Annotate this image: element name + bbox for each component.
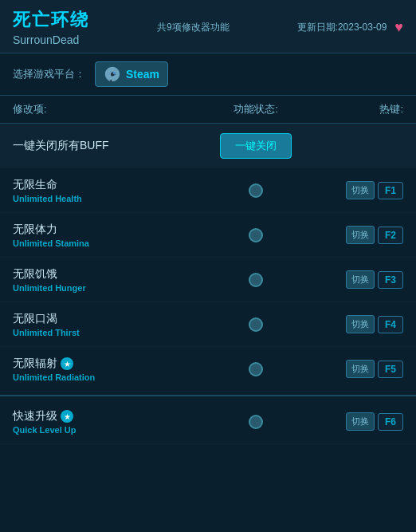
mod-row: 快速升级★ Quick Level Up 切换 F6 (0, 400, 416, 444)
hotkey-switch-btn-5[interactable]: 切换 (346, 412, 375, 431)
platform-steam-button[interactable]: Steam (95, 61, 168, 87)
mod-name-en-1: Unlimited Stamina (13, 238, 188, 248)
hotkey-key-3: F4 (378, 316, 403, 333)
mod-name-en-4: Unlimited Radiation (13, 372, 188, 382)
hotkey-key-2: F3 (378, 271, 403, 289)
mod-name-cn-2: 无限饥饿 (13, 267, 188, 282)
hotkey-switch-btn-0[interactable]: 切换 (346, 181, 375, 199)
hotkey-switch-btn-4[interactable]: 切换 (346, 360, 375, 378)
mod-status-0[interactable] (188, 183, 324, 198)
mod-info-5: 快速升级★ Quick Level Up (13, 409, 188, 435)
mod-hotkey-5: 切换 F6 (324, 412, 403, 431)
hotkey-key-4: F5 (378, 361, 403, 378)
table-header: 修改项: 功能状态: 热键: (0, 96, 416, 124)
mod-row: 无限辐射★ Unlimited Radiation 切换 F5 (0, 347, 416, 392)
one-click-row: 一键关闭所有BUFF 一键关闭 (0, 124, 416, 168)
header: 死亡环绕 SurrounDead 共9项修改器功能 更新日期:2023-03-0… (0, 0, 416, 53)
mod-name-cn-5: 快速升级★ (13, 409, 188, 424)
star-badge-4: ★ (61, 357, 73, 370)
one-click-info: 一键关闭所有BUFF (13, 139, 188, 153)
mod-hotkey-3: 切换 F4 (324, 315, 403, 333)
mod-row: 无限饥饿 Unlimited Hunger 切换 F3 (0, 258, 416, 302)
toggle-1[interactable] (249, 228, 263, 242)
game-title-cn: 死亡环绕 (13, 8, 89, 32)
hotkey-switch-btn-1[interactable]: 切换 (346, 226, 375, 244)
mod-status-3[interactable] (188, 317, 324, 332)
mod-hotkey-1: 切换 F2 (324, 226, 403, 244)
one-click-button[interactable]: 一键关闭 (220, 133, 292, 159)
col-hotkey-header: 热键: (324, 102, 403, 116)
header-right: 更新日期:2023-03-09 ♥ (297, 19, 403, 36)
section-divider (0, 395, 416, 396)
platform-label: 选择游戏平台： (13, 67, 85, 81)
mod-status-2[interactable] (188, 273, 324, 287)
mod-list: 无限生命 Unlimited Health 切换 F1 无限体力 Unlimit… (0, 168, 416, 444)
mod-info-1: 无限体力 Unlimited Stamina (13, 223, 188, 248)
mod-name-cn-0: 无限生命 (13, 178, 188, 192)
mod-name-cn-3: 无限口渴 (13, 312, 188, 326)
mod-row: 无限体力 Unlimited Stamina 切换 F2 (0, 213, 416, 258)
mod-row: 无限口渴 Unlimited Thirst 切换 F4 (0, 302, 416, 347)
favorite-icon[interactable]: ♥ (394, 19, 403, 36)
star-badge-5: ★ (61, 410, 73, 423)
mod-hotkey-2: 切换 F3 (324, 270, 403, 289)
game-title-en: SurrounDead (13, 33, 89, 46)
mod-status-1[interactable] (188, 228, 324, 242)
hotkey-key-1: F2 (378, 227, 403, 244)
steam-icon (104, 65, 121, 83)
toggle-5[interactable] (249, 415, 263, 429)
col-mod-header: 修改项: (13, 102, 188, 116)
platform-steam-label: Steam (126, 68, 159, 81)
toggle-4[interactable] (249, 362, 263, 376)
toggle-0[interactable] (249, 183, 263, 198)
mod-info-0: 无限生命 Unlimited Health (13, 178, 188, 203)
hotkey-switch-btn-3[interactable]: 切换 (346, 315, 375, 333)
toggle-2[interactable] (249, 273, 263, 287)
mod-row: 无限生命 Unlimited Health 切换 F1 (0, 168, 416, 213)
update-date: 更新日期:2023-03-09 (297, 21, 387, 34)
mod-name-en-0: Unlimited Health (13, 194, 188, 203)
hotkey-key-5: F6 (378, 413, 403, 431)
header-left: 死亡环绕 SurrounDead (13, 8, 89, 46)
svg-point-1 (112, 72, 116, 75)
mod-info-2: 无限饥饿 Unlimited Hunger (13, 267, 188, 293)
hotkey-key-0: F1 (378, 182, 403, 199)
hotkey-switch-btn-2[interactable]: 切换 (346, 270, 375, 289)
mod-info-4: 无限辐射★ Unlimited Radiation (13, 357, 188, 382)
mod-name-en-3: Unlimited Thirst (13, 328, 188, 337)
platform-section: 选择游戏平台： Steam (0, 53, 416, 96)
mod-name-en-2: Unlimited Hunger (13, 283, 188, 293)
one-click-status: 一键关闭 (188, 133, 324, 159)
mod-hotkey-4: 切换 F5 (324, 360, 403, 378)
toggle-3[interactable] (249, 317, 263, 332)
mod-name-cn-4: 无限辐射★ (13, 357, 188, 371)
mod-name-cn-1: 无限体力 (13, 223, 188, 237)
mod-name-en-5: Quick Level Up (13, 425, 188, 435)
mod-info-3: 无限口渴 Unlimited Thirst (13, 312, 188, 337)
mod-hotkey-0: 切换 F1 (324, 181, 403, 199)
mod-count: 共9项修改器功能 (157, 21, 230, 34)
mod-status-4[interactable] (188, 362, 324, 376)
col-status-header: 功能状态: (188, 102, 324, 116)
one-click-name-cn: 一键关闭所有BUFF (13, 139, 188, 153)
mod-status-5[interactable] (188, 415, 324, 429)
